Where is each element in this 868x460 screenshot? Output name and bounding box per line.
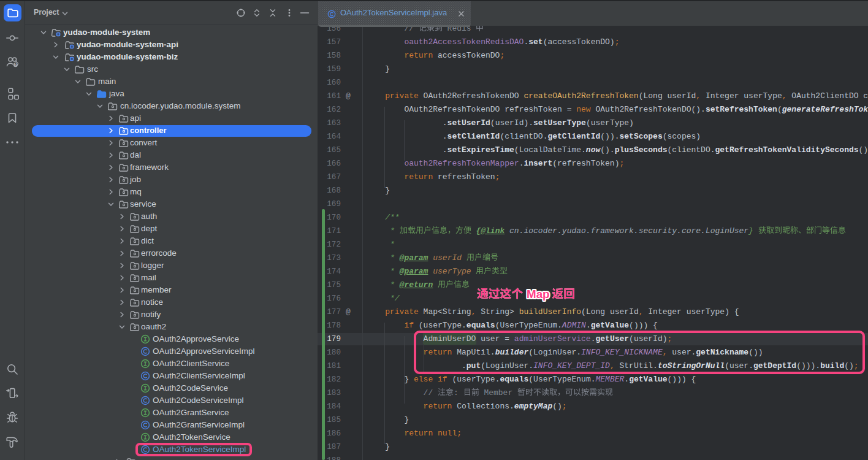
svg-text:Map: Map xyxy=(527,288,550,301)
svg-text:?: ? xyxy=(14,63,17,67)
